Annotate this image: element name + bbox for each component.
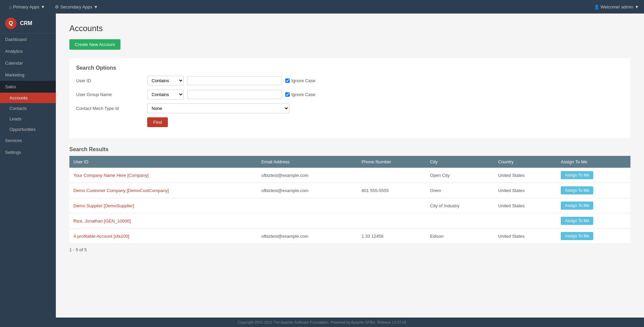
table-row: A profitable Account [sfa100]ofbiztest@e… — [69, 229, 630, 244]
cell-city — [426, 213, 494, 229]
user-id-link[interactable]: Rice, Jonathan [GEN_10000] — [73, 218, 131, 224]
cell-phone: 1 33 12456 — [357, 229, 426, 244]
app-name: CRM — [20, 20, 32, 26]
assign-to-me-button[interactable]: Assign To Me — [561, 202, 593, 210]
table-row: Demo Supplier [DemoSupplier]City of Indu… — [69, 198, 630, 213]
cell-country: United States — [494, 168, 557, 183]
cell-email: ofbiztest@example.com — [257, 183, 357, 198]
user-id-operator-select[interactable]: Contains Equals Is Empty Begins With — [147, 76, 184, 86]
col-header-phone: Phone Number — [357, 156, 426, 168]
chevron-down-icon-3: ▼ — [635, 4, 639, 9]
cell-email: ofbiztest@example.com — [257, 229, 357, 244]
cell-user-id: Demo Supplier [DemoSupplier] — [69, 198, 257, 213]
assign-to-me-button[interactable]: Assign To Me — [561, 171, 593, 179]
cell-phone — [357, 168, 426, 183]
cell-assign: Assign To Me — [557, 198, 630, 213]
search-results-section: Search Results User ID Email Address Pho… — [69, 146, 630, 252]
search-options-section: Search Options User ID Contains Equals I… — [69, 58, 630, 138]
search-options-title: Search Options — [76, 65, 624, 71]
top-nav-left: ⌂ Primary Apps ▼ ⚙ Secondary Apps ▼ — [5, 2, 102, 11]
user-group-input[interactable] — [187, 90, 282, 99]
cell-phone — [357, 213, 426, 229]
main-layout: Q CRM Dashboard Analytics Calendar Marke… — [0, 14, 644, 318]
sidebar-item-marketing[interactable]: Marketing — [0, 69, 56, 81]
col-header-email: Email Address — [257, 156, 357, 168]
primary-apps-label: Primary Apps — [13, 4, 39, 9]
user-menu[interactable]: 👤 Welcome! admin ▼ — [594, 4, 639, 9]
cell-user-id: Your Company Name Here [Company] — [69, 168, 257, 183]
cell-city: Edison — [426, 229, 494, 244]
find-row: Find — [76, 117, 624, 127]
col-header-user-id: User ID — [69, 156, 257, 168]
cell-assign: Assign To Me — [557, 183, 630, 198]
secondary-apps-menu[interactable]: ⚙ Secondary Apps ▼ — [51, 2, 102, 11]
cell-country: United States — [494, 198, 557, 213]
user-group-operator-select[interactable]: Contains Equals Is Empty Begins With — [147, 90, 184, 99]
sidebar-item-opportunities[interactable]: Opportunities — [0, 124, 56, 135]
user-id-link[interactable]: Demo Customer Company [DemoCustCompany] — [73, 188, 169, 193]
user-group-ignore-case-label: Ignore Case — [285, 92, 315, 97]
contact-mech-row: Contact Mech Type Id None Email Address … — [76, 103, 624, 113]
gear-icon: ⚙ — [55, 4, 59, 9]
nbsp-label — [76, 120, 144, 125]
cell-user-id: Rice, Jonathan [GEN_10000] — [69, 213, 257, 229]
cell-user-id: A profitable Account [sfa100] — [69, 229, 257, 244]
table-row: Your Company Name Here [Company]ofbiztes… — [69, 168, 630, 183]
page-title: Accounts — [69, 24, 630, 33]
cell-city: City of Industry — [426, 198, 494, 213]
cell-country: United States — [494, 229, 557, 244]
cell-assign: Assign To Me — [557, 213, 630, 229]
col-header-city: City — [426, 156, 494, 168]
user-id-link[interactable]: A profitable Account [sfa100] — [73, 234, 129, 239]
logo-icon: Q — [5, 18, 17, 29]
footer-text: Copyright 2001-2013 The Apache Software … — [238, 320, 406, 324]
sidebar-item-settings[interactable]: Settings — [0, 146, 56, 158]
cell-country — [494, 213, 557, 229]
assign-to-me-button[interactable]: Assign To Me — [561, 186, 593, 194]
sidebar-item-sales[interactable]: Sales — [0, 81, 56, 93]
find-button[interactable]: Find — [147, 117, 168, 127]
cell-email — [257, 213, 357, 229]
sidebar-item-services[interactable]: Services — [0, 135, 56, 146]
cell-phone: 801 555-5555 — [357, 183, 426, 198]
sidebar-item-contacts[interactable]: Contacts — [0, 103, 56, 114]
chevron-down-icon: ▼ — [41, 4, 45, 9]
table-row: Demo Customer Company [DemoCustCompany]o… — [69, 183, 630, 198]
sidebar: Q CRM Dashboard Analytics Calendar Marke… — [0, 14, 56, 318]
cell-city: Open City — [426, 168, 494, 183]
user-label: Welcome! admin — [601, 4, 634, 9]
sidebar-item-leads[interactable]: Leads — [0, 114, 56, 124]
cell-phone — [357, 198, 426, 213]
user-id-label: User ID — [76, 78, 144, 83]
contact-mech-select[interactable]: None Email Address Phone Number Postal A… — [147, 103, 289, 113]
cell-assign: Assign To Me — [557, 229, 630, 244]
user-id-ignore-case-label: Ignore Case — [285, 78, 315, 83]
cell-email: ofbiztest@example.com — [257, 168, 357, 183]
col-header-assign: Assign To Me — [557, 156, 630, 168]
cell-city: Orem — [426, 183, 494, 198]
user-id-input[interactable] — [187, 76, 282, 85]
cell-assign: Assign To Me — [557, 168, 630, 183]
create-new-account-button[interactable]: Create New Account — [69, 39, 120, 50]
sidebar-item-calendar[interactable]: Calendar — [0, 57, 56, 69]
chevron-down-icon-2: ▼ — [94, 4, 98, 9]
sidebar-item-accounts[interactable]: Accounts — [0, 93, 56, 103]
sidebar-item-dashboard[interactable]: Dashboard — [0, 33, 56, 45]
sidebar-item-analytics[interactable]: Analytics — [0, 45, 56, 57]
search-results-title: Search Results — [69, 146, 630, 153]
results-table: User ID Email Address Phone Number City … — [69, 156, 630, 244]
user-icon: 👤 — [594, 4, 599, 9]
user-group-row: User Group Name Contains Equals Is Empty… — [76, 90, 624, 99]
user-group-ignore-case-checkbox[interactable] — [285, 92, 290, 97]
contact-mech-label: Contact Mech Type Id — [76, 106, 144, 111]
assign-to-me-button[interactable]: Assign To Me — [561, 232, 593, 240]
assign-to-me-button[interactable]: Assign To Me — [561, 217, 593, 225]
user-id-row: User ID Contains Equals Is Empty Begins … — [76, 76, 624, 86]
user-id-ignore-case-checkbox[interactable] — [285, 78, 290, 83]
user-id-link[interactable]: Your Company Name Here [Company] — [73, 173, 149, 178]
table-row: Rice, Jonathan [GEN_10000]Assign To Me — [69, 213, 630, 229]
user-group-label: User Group Name — [76, 92, 144, 97]
top-navigation: ⌂ Primary Apps ▼ ⚙ Secondary Apps ▼ 👤 We… — [0, 0, 644, 14]
user-id-link[interactable]: Demo Supplier [DemoSupplier] — [73, 203, 134, 208]
primary-apps-menu[interactable]: ⌂ Primary Apps ▼ — [5, 2, 49, 11]
